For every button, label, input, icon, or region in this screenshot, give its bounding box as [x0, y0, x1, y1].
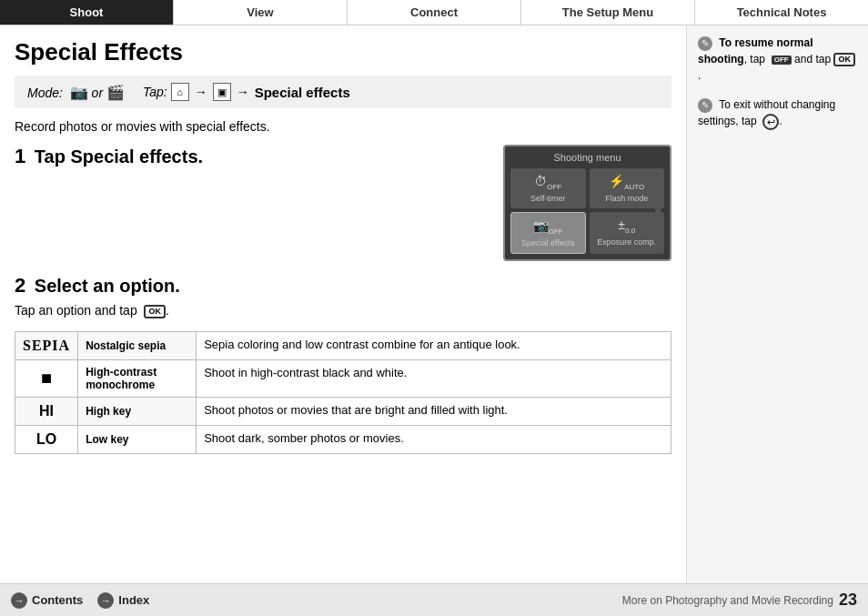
special-effects-label: Special effects	[255, 85, 350, 100]
top-navigation: Shoot View Connect The Setup Menu Techni…	[0, 0, 868, 25]
camera-item-flash: ⚡AUTO Flash mode	[590, 168, 665, 208]
mode-bar: Mode: 📷 or 🎬 Tap: ⌂ → ▣ → Special effect…	[15, 76, 671, 108]
ok-badge: OK	[144, 305, 166, 318]
step1-number: 1	[15, 145, 25, 167]
step2-subtext-text: Tap an option and tap	[15, 303, 137, 318]
camera-item-self-timer: ⏱OFF Self-timer	[510, 168, 586, 208]
sidebar-note1: ✎ To resume normal shooting, tap OFF and…	[698, 35, 857, 84]
off-badge: OFF	[772, 56, 792, 65]
nav-shoot[interactable]: Shoot	[0, 0, 174, 25]
step2-subtext: Tap an option and tap OK.	[15, 303, 671, 318]
contents-link[interactable]: → Contents	[11, 592, 83, 609]
step1-section: 1 Tap Special effects. Shooting menu ⏱OF…	[15, 145, 671, 261]
step2-header-text: Select an option.	[35, 276, 180, 296]
camera-screen: Shooting menu ⏱OFF Self-timer ⚡AUTO Flas…	[503, 145, 671, 261]
nav-setup-menu[interactable]: The Setup Menu	[521, 0, 695, 25]
nav-connect[interactable]: Connect	[348, 0, 521, 25]
camera-screen-title: Shooting menu	[510, 152, 664, 163]
menu-icon: ▣	[213, 83, 231, 101]
step1-header-text: Tap Special effects.	[35, 146, 203, 167]
options-table: SEPIA Nostalgic sepia Sepia coloring and…	[15, 331, 671, 454]
camera-screen-mockup: Shooting menu ⏱OFF Self-timer ⚡AUTO Flas…	[503, 145, 671, 261]
note1-text: , tap	[744, 53, 765, 66]
table-row: HI High key Shoot photos or movies that …	[15, 397, 671, 425]
camera-item-special-effects: 📷OFF Special effects	[510, 212, 586, 254]
hi-desc-cell: Shoot photos or movies that are bright a…	[197, 397, 671, 425]
self-timer-label: Self-timer	[530, 194, 566, 203]
mode-or: or	[92, 86, 106, 100]
sidebar-note2: ✎ To exit without changing settings, tap…	[698, 96, 857, 130]
back-icon: ↩	[762, 114, 779, 130]
index-arrow-icon: →	[97, 592, 114, 609]
camera-item-exposure: ±0.0 Exposure comp.	[590, 212, 665, 254]
hi-icon-cell: HI	[15, 397, 78, 425]
contents-label: Contents	[32, 593, 83, 607]
mode-part: Mode: 📷 or 🎬	[27, 84, 125, 101]
description-text: Record photos or movies with special eff…	[15, 119, 671, 134]
step2-section: 2 Select an option. Tap an option and ta…	[15, 274, 671, 318]
page-title: Special Effects	[15, 38, 671, 66]
index-label: Index	[118, 593, 149, 607]
flash-label: Flash mode	[605, 194, 648, 203]
sepia-name-cell: Nostalgic sepia	[78, 331, 197, 359]
exposure-icon: ±0.0	[593, 217, 661, 235]
special-effects-cam-label: Special effects	[521, 238, 574, 247]
nav-view[interactable]: View	[174, 0, 348, 25]
bottom-left-links: → Contents → Index	[11, 592, 149, 609]
note2-icon: ✎	[698, 98, 712, 113]
mode-icon-photo: 📷	[70, 85, 88, 100]
exposure-label: Exposure comp.	[597, 237, 656, 247]
contents-arrow-icon: →	[11, 592, 27, 609]
flash-icon: ⚡AUTO	[593, 174, 661, 191]
arrow2: →	[237, 85, 249, 99]
bottom-bar: → Contents → Index More on Photography a…	[0, 583, 868, 616]
sepia-icon-cell: SEPIA	[15, 331, 78, 359]
home-icon: ⌂	[171, 83, 189, 101]
step2-header: 2 Select an option.	[15, 274, 671, 298]
camera-menu-grid: ⏱OFF Self-timer ⚡AUTO Flash mode 📷OFF Sp…	[510, 168, 664, 254]
camera-scrollbar	[655, 187, 661, 250]
lo-name-cell: Low key	[78, 425, 197, 453]
lo-icon-cell: LO	[15, 425, 78, 453]
hi-name-cell: High key	[78, 397, 197, 425]
lo-desc-cell: Shoot dark, somber photos or movies.	[197, 425, 671, 453]
bottom-right: More on Photography and Movie Recording …	[622, 591, 857, 610]
sidebar-ok-badge: OK	[833, 53, 855, 66]
mode-label: Mode:	[27, 86, 66, 100]
index-link[interactable]: → Index	[97, 592, 149, 609]
main-layout: Special Effects Mode: 📷 or 🎬 Tap: ⌂ → ▣ …	[0, 25, 868, 583]
mono-icon-cell: ■	[15, 359, 78, 397]
step1-header: 1 Tap Special effects.	[15, 145, 485, 168]
tap-part: Tap: ⌂ → ▣ → Special effects	[143, 83, 350, 101]
page-number: 23	[839, 591, 857, 610]
content-area: Special Effects Mode: 📷 or 🎬 Tap: ⌂ → ▣ …	[0, 25, 686, 583]
sidebar: ✎ To resume normal shooting, tap OFF and…	[686, 25, 868, 583]
sepia-desc-cell: Sepia coloring and low contrast combine …	[197, 331, 671, 359]
table-row: ■ High-contrast monochrome Shoot in high…	[15, 359, 671, 397]
page-info-text: More on Photography and Movie Recording	[622, 594, 833, 607]
mono-desc-cell: Shoot in high-contrast black and white.	[197, 359, 671, 397]
mono-name-cell: High-contrast monochrome	[78, 359, 197, 397]
self-timer-icon: ⏱OFF	[514, 174, 582, 191]
note1-text2: and tap	[794, 53, 833, 66]
step2-number: 2	[15, 274, 25, 297]
arrow1: →	[195, 85, 207, 99]
mode-icon-movie: 🎬	[106, 85, 125, 100]
table-row: SEPIA Nostalgic sepia Sepia coloring and…	[15, 331, 671, 359]
special-effects-camera-icon: 📷OFF	[515, 218, 581, 236]
nav-technical-notes[interactable]: Technical Notes	[695, 0, 868, 25]
table-row: LO Low key Shoot dark, somber photos or …	[15, 425, 671, 453]
note1-icon: ✎	[698, 36, 712, 51]
